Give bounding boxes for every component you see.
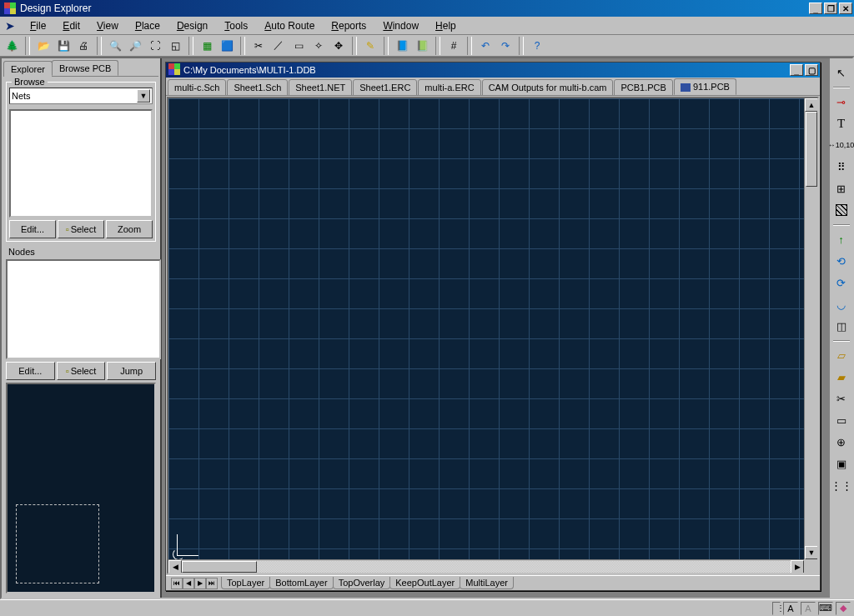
scroll-down-icon[interactable]: ▼ (805, 546, 818, 559)
tb-line-icon[interactable]: ／ (269, 37, 288, 55)
ftab-4[interactable]: multi-a.ERC (418, 79, 480, 96)
ftab-2[interactable]: Sheet1.NET (289, 79, 352, 96)
menu-place[interactable]: Place (128, 18, 167, 33)
tb-move-icon[interactable]: ✥ (329, 37, 348, 55)
maximize-button[interactable]: ❐ (824, 3, 837, 14)
hscroll-thumb[interactable] (182, 561, 257, 573)
layer-topoverlay[interactable]: TopOverlay (333, 577, 391, 589)
nodes-select-button[interactable]: ▫Select (57, 362, 106, 380)
tab-browse-pcb[interactable]: Browse PCB (52, 60, 118, 76)
arc-edge-icon[interactable]: ◡ (832, 295, 851, 313)
ftab-0[interactable]: multi-c.Sch (168, 79, 226, 96)
layer-first-icon[interactable]: ⏮ (171, 578, 183, 589)
text-tool-icon[interactable]: T (832, 114, 851, 133)
nodes-listbox[interactable] (6, 259, 161, 359)
pad-array-icon[interactable]: ⊞ (832, 179, 851, 198)
doc-minimize-button[interactable]: _ (790, 64, 803, 76)
browse-combo[interactable]: Nets ▼ (9, 88, 153, 104)
layer-top[interactable]: TopLayer (221, 577, 270, 589)
tb-grid-icon[interactable]: # (445, 37, 463, 55)
tb-zoom-in-icon[interactable]: 🔍 (106, 37, 124, 55)
polygon2-icon[interactable]: ▰ (832, 368, 851, 386)
ftab-3[interactable]: Sheet1.ERC (353, 79, 417, 96)
tb-cross-icon[interactable]: ✧ (309, 37, 328, 55)
dimension-tool-icon[interactable]: ↔10,10 (832, 136, 851, 154)
close-button[interactable]: ✕ (839, 3, 852, 14)
minimap-viewport[interactable] (16, 504, 99, 583)
menu-window[interactable]: Window (376, 18, 425, 33)
arc-ccw-icon[interactable]: ⟲ (832, 252, 851, 270)
ftab-1[interactable]: Sheet1.Sch (227, 79, 288, 96)
arc-cw-icon[interactable]: ⟳ (832, 273, 851, 292)
room-tool-icon[interactable]: ▭ (832, 411, 851, 429)
menu-autoroute[interactable]: Auto Route (258, 18, 321, 33)
scroll-left-icon[interactable]: ◀ (168, 560, 182, 573)
nets-listbox[interactable] (9, 109, 153, 218)
via-array-icon[interactable]: ⠿ (832, 158, 851, 176)
scroll-right-icon[interactable]: ▶ (791, 560, 804, 573)
nets-zoom-button[interactable]: Zoom (106, 220, 153, 238)
tb-open-icon[interactable]: 📂 (34, 37, 53, 55)
status-mode-a[interactable]: A (783, 602, 798, 615)
tb-book1-icon[interactable]: 📘 (393, 37, 411, 55)
menu-reports[interactable]: Reports (324, 18, 373, 33)
tb-redo-icon[interactable]: ↷ (496, 37, 515, 55)
layer-bottom[interactable]: BottomLayer (269, 577, 333, 589)
tb-tree-icon[interactable]: 🌲 (3, 37, 21, 55)
polygon1-icon[interactable]: ▱ (832, 346, 851, 364)
tab-explorer[interactable]: Explorer (3, 61, 53, 77)
chevron-down-icon[interactable]: ▼ (137, 89, 150, 103)
origin-tool-icon[interactable]: ⊕ (832, 433, 851, 451)
tb-select-icon[interactable]: ▭ (289, 37, 308, 55)
clip-tool-icon[interactable]: ◫ (832, 317, 851, 335)
minimap[interactable] (6, 383, 156, 593)
layer-multi[interactable]: MultiLayer (460, 577, 514, 589)
fill-tool-icon[interactable] (832, 201, 851, 219)
array-tool-icon[interactable]: ⋮⋮ (832, 476, 851, 494)
layer-last-icon[interactable]: ⏭ (206, 578, 218, 589)
pcb-canvas[interactable] (168, 98, 804, 559)
tb-zoom-fit-icon[interactable]: ⛶ (146, 37, 164, 55)
nodes-jump-button[interactable]: Jump (107, 362, 156, 380)
layer-prev-icon[interactable]: ◀ (183, 578, 194, 589)
component-tool-icon[interactable]: ▣ (832, 454, 851, 473)
status-resize-grip[interactable]: ⋮ (772, 602, 781, 615)
tb-undo-icon[interactable]: ↶ (476, 37, 495, 55)
tb-board-icon[interactable]: ▦ (198, 37, 216, 55)
layer-next-icon[interactable]: ▶ (194, 578, 206, 589)
tb-highlight-icon[interactable]: ✎ (361, 37, 379, 55)
menu-help[interactable]: Help (429, 18, 463, 33)
tb-cut-icon[interactable]: ✂ (249, 37, 268, 55)
menu-tools[interactable]: Tools (218, 18, 254, 33)
minimize-button[interactable]: _ (809, 3, 822, 14)
tb-zoom-window-icon[interactable]: ◱ (166, 37, 184, 55)
ftab-5[interactable]: CAM Outputs for multi-b.cam (482, 79, 614, 96)
status-keyboard-icon[interactable]: ⌨ (818, 602, 833, 615)
ftab-6[interactable]: PCB1.PCB (614, 79, 672, 96)
status-mode-a2[interactable]: A (801, 602, 816, 615)
menu-edit[interactable]: Edit (56, 18, 87, 33)
tb-layer-icon[interactable]: 🟦 (218, 37, 236, 55)
menu-view[interactable]: View (90, 18, 125, 33)
doc-maximize-button[interactable]: ▢ (805, 64, 818, 76)
status-eraser-icon[interactable]: ◆ (836, 602, 851, 615)
track-tool-icon[interactable]: ⊸ (832, 93, 851, 111)
nets-select-button[interactable]: ▫Select (58, 220, 104, 238)
menu-design[interactable]: Design (170, 18, 214, 33)
layer-keepout[interactable]: KeepOutLayer (389, 577, 460, 589)
paste-tool-icon[interactable]: ✂ (832, 389, 851, 408)
tb-save-icon[interactable]: 💾 (54, 37, 73, 55)
tb-book2-icon[interactable]: 📗 (413, 37, 431, 55)
nodes-edit-button[interactable]: Edit... (6, 362, 55, 380)
vertical-scrollbar[interactable]: ▲ ▼ (804, 98, 817, 559)
tb-help-icon[interactable]: ? (528, 37, 546, 55)
menu-file[interactable]: File (23, 18, 53, 33)
horizontal-scrollbar[interactable]: ◀ ▶ (168, 559, 804, 573)
cursor-tool-icon[interactable]: ↖ (832, 63, 851, 82)
tb-print-icon[interactable]: 🖨 (74, 37, 93, 55)
vscroll-thumb[interactable] (806, 112, 817, 187)
scroll-up-icon[interactable]: ▲ (805, 98, 818, 112)
nets-edit-button[interactable]: Edit... (9, 220, 56, 238)
ftab-7[interactable]: 911.PCB (674, 78, 736, 95)
tb-zoom-out-icon[interactable]: 🔎 (126, 37, 144, 55)
